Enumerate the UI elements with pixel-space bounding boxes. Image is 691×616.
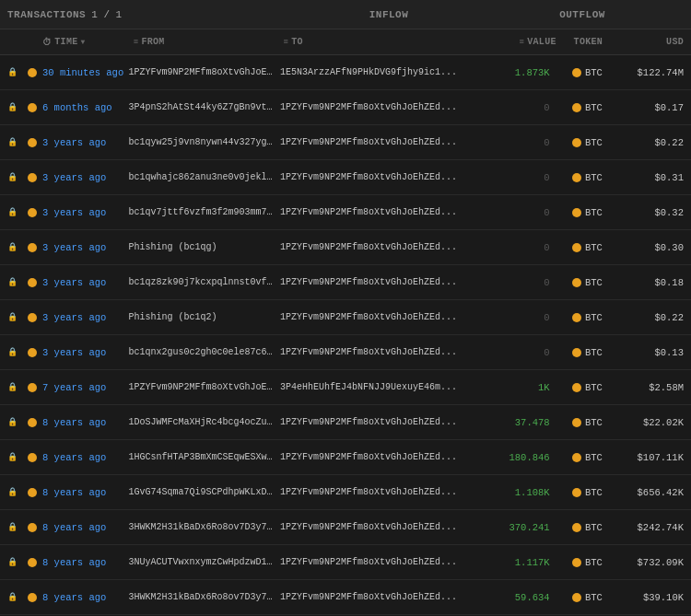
cell-token: BTC <box>556 417 620 428</box>
cell-to: 1PZYFvm9NP2MFfm8oXtvGhJoEhZEd... <box>280 312 482 322</box>
status-dot <box>28 243 37 252</box>
table-row[interactable]: 🔒 3 years ago bc1qwhajc862anu3ne0v0jeklq… <box>0 160 691 195</box>
btc-icon <box>572 383 581 392</box>
status-dot <box>28 383 37 392</box>
cell-usd: $242.74K <box>619 522 684 533</box>
token-label: BTC <box>585 137 603 148</box>
cell-time: 3 years ago <box>42 347 129 358</box>
token-label: BTC <box>585 207 603 218</box>
row-dot-container <box>28 523 37 532</box>
cell-to: 1PZYFvm9NP2MFfm8oXtvGhJoEhZEd... <box>280 102 482 112</box>
table-row[interactable]: 🔒 8 years ago 1GvG74Sqma7Qi9SCPdhpWKLxDZ… <box>0 475 691 510</box>
col-header-usd[interactable]: USD <box>620 37 684 47</box>
table-row[interactable]: 🔒 8 years ago 3HWKM2H31kBaDx6Ro8ov7D3y7p… <box>0 580 691 615</box>
cell-value: 1.108K <box>482 487 556 498</box>
row-icons: 🔒 <box>7 452 28 462</box>
token-label: BTC <box>585 522 603 533</box>
cell-to: 1PZYFvm9NP2MFfm8oXtvGhJoEhZEd... <box>280 172 482 182</box>
row-dot-container <box>28 418 37 427</box>
token-label: BTC <box>585 382 603 393</box>
btc-icon <box>572 593 581 602</box>
table-row[interactable]: 🔒 8 years ago 1HGCsnfHTAP3BmXmCSEqwESXwh… <box>0 440 691 475</box>
lock-icon: 🔒 <box>7 557 18 567</box>
column-headers: ⏱ TIME ▼ ≡ FROM ≡ TO ≡ VALUE TOKEN USD <box>0 29 691 55</box>
status-dot <box>28 68 37 77</box>
row-dot-container <box>28 243 37 252</box>
table-row[interactable]: 🔒 3 years ago bc1qyw25j9vn8nywn44v327yg7… <box>0 125 691 160</box>
cell-time: 3 years ago <box>42 172 129 183</box>
sort-arrow: ▼ <box>81 38 86 46</box>
btc-icon <box>572 278 581 287</box>
cell-token: BTC <box>556 277 620 288</box>
cell-from: bc1qwhajc862anu3ne0v0jeklqdg7... <box>129 172 280 182</box>
btc-icon <box>572 453 581 462</box>
row-dot-container <box>28 453 37 462</box>
cell-to: 1PZYFvm9NP2MFfm8oXtvGhJoEhZEd... <box>280 207 482 217</box>
row-dot-container <box>28 208 37 217</box>
status-dot <box>28 138 37 147</box>
table-row[interactable]: 🔒 3 years ago bc1qv7jttf6vzfm3f2m903mm7d… <box>0 195 691 230</box>
cell-usd: $0.13 <box>619 347 684 358</box>
row-icons: 🔒 <box>7 242 28 252</box>
cell-from: 3HWKM2H31kBaDx6Ro8ov7D3y7pGzf... <box>129 522 280 532</box>
table-row[interactable]: 🔒 7 years ago 1PZYFvm9NP2MFfm8oXtvGhJoEh… <box>0 370 691 405</box>
lock-icon: 🔒 <box>7 452 18 462</box>
row-dot-container <box>28 68 37 77</box>
cell-from: 1PZYFvm9NP2MFfm8oXtvGhJoEhZEd... <box>129 382 280 392</box>
row-dot-container <box>28 383 37 392</box>
col-header-token[interactable]: TOKEN <box>556 37 620 47</box>
cell-usd: $107.11K <box>619 452 684 463</box>
table-row[interactable]: 🔒 8 years ago 3HWKM2H31kBaDx6Ro8ov7D3y7p… <box>0 510 691 545</box>
cell-from: 1HGCsnfHTAP3BmXmCSEqwESXwh6zJ... <box>129 452 280 462</box>
row-dot-container <box>28 103 37 112</box>
btc-icon <box>572 173 581 182</box>
cell-token: BTC <box>556 137 620 148</box>
cell-time: 3 years ago <box>42 312 129 323</box>
table-row[interactable]: 🔒 6 months ago 3P4pnS2hAtSt44ky6Z7gBn9vt… <box>0 90 691 125</box>
cell-time: 30 minutes ago <box>42 67 129 78</box>
table-row[interactable]: 🔒 3 years ago bc1qz8zk90j7kcxpqlnnst0vf6… <box>0 265 691 300</box>
row-icons: 🔒 <box>7 102 28 112</box>
cell-token: BTC <box>556 487 620 498</box>
table-row[interactable]: 🔒 8 years ago 3NUyACUTVwxnxymzCwHpdzwD13… <box>0 545 691 580</box>
row-icons: 🔒 <box>7 347 28 357</box>
table-row[interactable]: 🔒 3 years ago Phishing (bc1qg) 1PZYFvm9N… <box>0 230 691 265</box>
row-icons: 🔒 <box>7 172 28 182</box>
cell-to: 1PZYFvm9NP2MFfm8oXtvGhJoEhZEd... <box>280 277 482 287</box>
col-header-time[interactable]: ⏱ TIME ▼ <box>42 37 134 48</box>
status-dot <box>28 173 37 182</box>
token-label: BTC <box>585 592 603 603</box>
table-row[interactable]: 🔒 3 years ago Phishing (bc1q2) 1PZYFvm9N… <box>0 300 691 335</box>
cell-value: 59.634 <box>482 592 556 603</box>
lock-icon: 🔒 <box>7 172 18 182</box>
status-dot <box>28 278 37 287</box>
cell-time: 7 years ago <box>42 382 129 393</box>
lock-icon: 🔒 <box>7 102 18 112</box>
col-header-from[interactable]: ≡ FROM <box>134 37 284 47</box>
row-icons: 🔒 <box>7 417 28 427</box>
filter-icon-from: ≡ <box>134 38 139 47</box>
inflow-label: INFLOW <box>297 9 481 20</box>
cell-usd: $0.17 <box>619 102 684 113</box>
cell-token: BTC <box>556 557 620 568</box>
btc-icon <box>572 243 581 252</box>
col-header-value[interactable]: ≡ VALUE <box>484 37 556 47</box>
table-row[interactable]: 🔒 8 years ago 1DoSJWMFcMaXHjRc4bcg4ocZuA… <box>0 405 691 440</box>
token-label: BTC <box>585 277 603 288</box>
cell-to: 1PZYFvm9NP2MFfm8oXtvGhJoEhZEd... <box>280 242 482 252</box>
btc-icon <box>572 313 581 322</box>
cell-value: 0 <box>482 347 556 358</box>
cell-from: 1DoSJWMFcMaXHjRc4bcg4ocZuAowj... <box>129 417 280 427</box>
cell-from: bc1qnx2gus0c2gh0c0ele87c6v35a... <box>129 347 280 357</box>
cell-time: 8 years ago <box>42 522 129 533</box>
transactions-label: TRANSACTIONS <box>7 9 86 20</box>
table-row[interactable]: 🔒 3 years ago bc1qnx2gus0c2gh0c0ele87c6v… <box>0 335 691 370</box>
row-icons: 🔒 <box>7 67 28 77</box>
row-dot-container <box>28 173 37 182</box>
btc-icon <box>572 103 581 112</box>
table-row[interactable]: 🔒 30 minutes ago 1PZYFvm9NP2MFfm8oXtvGhJ… <box>0 55 691 90</box>
cell-to: 1PZYFvm9NP2MFfm8oXtvGhJoEhZEd... <box>280 137 482 147</box>
col-header-to[interactable]: ≡ TO <box>284 37 484 47</box>
cell-time: 3 years ago <box>42 207 129 218</box>
lock-icon: 🔒 <box>7 592 18 602</box>
